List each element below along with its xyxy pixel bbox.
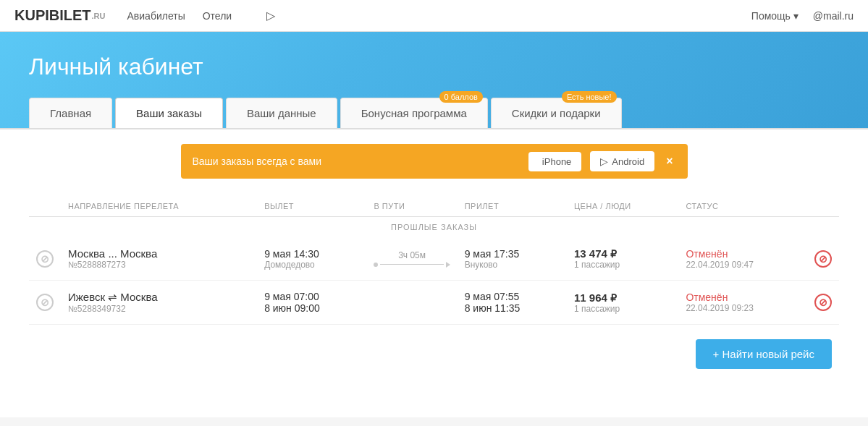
order2-number: №5288349732 xyxy=(68,304,250,314)
order1-cancelled-icon: ⊘ xyxy=(814,250,832,268)
order1-arrive-airport: Внуково xyxy=(465,260,560,270)
order1-arrive-time: 9 мая 17:35 xyxy=(465,248,560,260)
order1-depart-time: 9 мая 14:30 xyxy=(264,248,359,260)
order1-status: Отменён xyxy=(686,248,800,260)
col-status: Статус xyxy=(678,196,807,217)
section-label-past: Прошлые заказы xyxy=(29,217,839,238)
order2-price: 11 964 ₽ xyxy=(574,291,671,304)
order1-depart-airport: Домодедово xyxy=(264,260,359,270)
order1-status-date: 22.04.2019 09:47 xyxy=(686,260,800,270)
order2-duration-cell xyxy=(366,281,457,325)
logo-suffix: .RU xyxy=(92,12,106,20)
order2-arrive-time2: 8 июн 11:35 xyxy=(465,302,560,314)
order1-depart-cell: 9 мая 14:30 Домодедово xyxy=(257,237,366,281)
order1-status-cell: Отменён 22.04.2019 09:47 xyxy=(678,237,807,281)
col-status-icon xyxy=(807,196,839,217)
order1-price-cell: 13 474 ₽ 1 пассажир xyxy=(567,237,678,281)
order1-cancel-icon: ⊘ xyxy=(29,237,61,281)
tabs-container: Главная Ваши заказы Ваши данные 0 баллов… xyxy=(29,98,839,128)
find-button-row: + Найти новый рейс xyxy=(29,339,839,369)
discounts-badge: Есть новые! xyxy=(562,91,617,103)
col-duration: В пути xyxy=(366,196,457,217)
order1-arrive-cell: 9 мая 17:35 Внуково xyxy=(458,237,567,281)
app-banner: Ваши заказы всегда с вами iPhone ▷ Andro… xyxy=(181,144,688,179)
tab-bonus[interactable]: 0 баллов Бонусная программа xyxy=(340,98,488,128)
android-button[interactable]: ▷ Android xyxy=(590,151,654,171)
order1-route-cell: Москва ... Москва №5288887273 xyxy=(61,237,257,281)
duration-line-middle xyxy=(380,264,443,265)
google-play-icon: ▷ xyxy=(600,156,608,167)
cancel-circle-icon: ⊘ xyxy=(36,250,54,268)
order1-route-name: Москва ... Москва xyxy=(68,247,250,260)
tab-orders[interactable]: Ваши заказы xyxy=(115,98,223,128)
order2-status: Отменён xyxy=(686,291,800,303)
android-icon[interactable]: ▷ xyxy=(266,9,275,22)
order1-passengers: 1 пассажир xyxy=(574,260,671,270)
main-content: Ваши заказы всегда с вами iPhone ▷ Andro… xyxy=(0,128,868,417)
order1-duration-line xyxy=(374,262,450,268)
order1-status-icon-cell: ⊘ xyxy=(807,237,839,281)
iphone-button[interactable]: iPhone xyxy=(528,152,581,171)
tab-main[interactable]: Главная xyxy=(29,98,112,128)
col-direction: Направление перелета xyxy=(61,196,257,217)
app-banner-text: Ваши заказы всегда с вами xyxy=(193,156,520,167)
table-header-row: Направление перелета Вылет В пути Прилет… xyxy=(29,196,839,217)
col-cancel xyxy=(29,196,61,217)
order2-passengers: 1 пассажир xyxy=(574,304,671,314)
nav-aviabilety[interactable]: Авиабилеты xyxy=(127,10,185,22)
hero-section: Личный кабинет Главная Ваши заказы Ваши … xyxy=(0,32,868,128)
order1-duration-label: 3ч 05м xyxy=(374,250,450,260)
cancel-circle-icon2: ⊘ xyxy=(36,294,54,311)
orders-table: Направление перелета Вылет В пути Прилет… xyxy=(29,196,839,325)
order2-cancel-icon: ⊘ xyxy=(29,281,61,325)
user-account-link[interactable]: @mail.ru xyxy=(813,10,854,22)
col-price: Цена / Люди xyxy=(567,196,678,217)
order2-status-date: 22.04.2019 09:23 xyxy=(686,303,800,313)
help-button[interactable]: Помощь ▾ xyxy=(751,10,799,22)
col-arrive: Прилет xyxy=(458,196,567,217)
col-depart: Вылет xyxy=(257,196,366,217)
order1-price: 13 474 ₽ xyxy=(574,247,671,260)
order2-depart-cell: 9 мая 07:00 8 июн 09:00 xyxy=(257,281,366,325)
order2-depart-time1: 9 мая 07:00 xyxy=(264,291,359,302)
nav-links: Авиабилеты Отели ▷ xyxy=(127,9,276,22)
table-row: ⊘ Москва ... Москва №5288887273 9 мая 14… xyxy=(29,237,839,281)
duration-arrow xyxy=(446,262,450,268)
order2-status-cell: Отменён 22.04.2019 09:23 xyxy=(678,281,807,325)
page-title: Личный кабинет xyxy=(29,54,839,80)
table-row: ⊘ Ижевск ⇌ Москва №5288349732 9 мая 07:0… xyxy=(29,281,839,325)
order2-route-name: Ижевск ⇌ Москва xyxy=(68,291,250,304)
order2-arrive-cell: 9 мая 07:55 8 июн 11:35 xyxy=(458,281,567,325)
order2-price-cell: 11 964 ₽ 1 пассажир xyxy=(567,281,678,325)
bonus-badge: 0 баллов xyxy=(439,91,483,103)
site-logo[interactable]: KUPIBILET.RU xyxy=(14,7,106,24)
order1-number: №5288887273 xyxy=(68,260,250,270)
order2-arrive-time1: 9 мая 07:55 xyxy=(465,291,560,302)
banner-close-button[interactable]: × xyxy=(663,155,675,168)
duration-dot-start xyxy=(374,263,378,267)
find-new-flight-button[interactable]: + Найти новый рейс xyxy=(696,339,832,369)
order2-status-icon-cell: ⊘ xyxy=(807,281,839,325)
order2-route-cell: Ижевск ⇌ Москва №5288349732 xyxy=(61,281,257,325)
tab-discounts[interactable]: Есть новые! Скидки и подарки xyxy=(491,98,622,128)
nav-right: Помощь ▾ @mail.ru xyxy=(751,10,854,22)
nav-oteli[interactable]: Отели xyxy=(203,10,232,22)
order2-cancelled-icon: ⊘ xyxy=(814,294,832,311)
logo-text: KUPIBILET xyxy=(14,7,91,24)
order1-duration-cell: 3ч 05м xyxy=(366,237,457,281)
tab-data[interactable]: Ваши данные xyxy=(226,98,337,128)
order2-depart-time2: 8 июн 09:00 xyxy=(264,302,359,314)
top-navigation: KUPIBILET.RU Авиабилеты Отели ▷ Помощь ▾… xyxy=(0,0,868,32)
